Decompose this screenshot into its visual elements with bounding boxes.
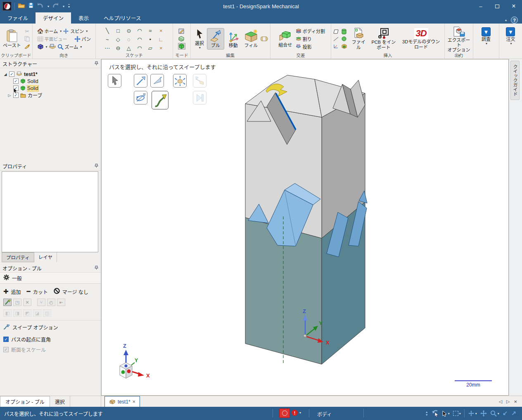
tab-file[interactable]: ファイル xyxy=(0,12,36,24)
spin-button[interactable]: スピン▾ xyxy=(63,28,88,34)
doc-nav-close-icon[interactable]: × xyxy=(514,399,517,405)
project-button[interactable]: 投影 xyxy=(295,43,325,50)
customize-qat-icon[interactable]: ▾ xyxy=(68,4,70,9)
insert-plane-icon[interactable] xyxy=(332,28,339,35)
maximize-button[interactable] xyxy=(489,0,505,12)
sketch-mode-icon[interactable] xyxy=(178,28,185,35)
sketch-construction-line-icon[interactable]: ⋯ xyxy=(102,44,113,52)
insert-cylinder-icon[interactable] xyxy=(340,28,348,35)
tree-label-solid2[interactable]: Solid xyxy=(27,85,38,91)
model-canvas[interactable]: Z Y X Z Y xyxy=(102,59,509,395)
warning-dropdown-icon[interactable]: ▾ xyxy=(299,411,301,415)
tree-label-curves[interactable]: カーブ xyxy=(28,92,42,99)
sketch-polygon-icon[interactable]: △ xyxy=(123,44,134,52)
tab-layers[interactable]: レイヤ xyxy=(34,252,57,262)
pin-icon[interactable] xyxy=(95,61,98,66)
measure-tool-icon[interactable]: ⑂ xyxy=(37,299,45,306)
doc-nav-next-icon[interactable]: ▷ xyxy=(506,399,510,404)
blend-icon[interactable] xyxy=(261,36,268,42)
sketch-ellipse-icon[interactable]: ⊖ xyxy=(113,44,123,52)
view-back-icon[interactable]: ↙ xyxy=(503,410,508,417)
pull-both-icon[interactable]: ◧ xyxy=(3,309,12,317)
save-icon[interactable] xyxy=(28,2,34,10)
bottom-tab-select[interactable]: 選択 xyxy=(50,396,70,407)
spinner-icon[interactable]: ▲▼ xyxy=(425,411,428,416)
minimize-button[interactable]: – xyxy=(472,0,489,12)
tab-properties[interactable]: プロパティ xyxy=(2,252,34,262)
pan-tool-icon[interactable] xyxy=(480,410,487,417)
sketch-sweep-arc-icon[interactable]: ◠ xyxy=(134,44,145,52)
insert-axis-icon[interactable] xyxy=(332,43,339,50)
solid1-checkbox[interactable]: ✓ xyxy=(13,78,19,84)
perpendicular-label[interactable]: パスの起点に直角 xyxy=(11,336,51,343)
app-logo-icon[interactable] xyxy=(2,2,12,11)
pull-face-tool-icon[interactable]: ◳ xyxy=(13,299,21,306)
download-3d-button[interactable]: 3D 3Dモデルのダウンロード xyxy=(399,27,444,50)
bottom-tab-options-pull[interactable]: オプション - プル xyxy=(0,396,50,407)
root-checkbox[interactable]: ✓ xyxy=(9,71,14,77)
format-painter-icon[interactable] xyxy=(24,43,31,50)
insert-sphere-icon[interactable] xyxy=(340,36,348,42)
combine-button[interactable]: 組合せ xyxy=(276,29,294,48)
selection-box-icon[interactable]: ▾ xyxy=(453,411,461,416)
collapse-ribbon-icon[interactable]: ▴ xyxy=(505,18,507,22)
document-tab[interactable]: test1* × xyxy=(104,396,140,407)
insert-line-icon[interactable] xyxy=(332,36,339,42)
orientation-cube-triad[interactable]: Z Y X xyxy=(120,343,150,379)
split-body-button[interactable]: ボディ分割 xyxy=(295,28,325,34)
fill-tool-button[interactable]: フィル xyxy=(242,28,260,49)
undo-dropdown-icon[interactable]: ▾ xyxy=(47,5,49,8)
quick-guide-tab[interactable]: クイックガイド xyxy=(510,61,520,100)
select-tool-icon[interactable]: ▾ xyxy=(442,411,450,417)
select-previous-icon[interactable] xyxy=(432,410,439,417)
tab-view[interactable]: 表示 xyxy=(71,12,96,24)
pull-chamfer-icon[interactable]: ◩ xyxy=(23,309,31,317)
section-mode-icon[interactable] xyxy=(178,36,185,42)
general-section[interactable]: 一般 xyxy=(0,273,101,284)
view-forward-icon[interactable]: ↗ xyxy=(511,410,516,417)
sketch-trim-icon[interactable]: × xyxy=(156,26,166,35)
sketch-circle-icon[interactable]: ⊙ xyxy=(123,26,134,35)
sketch-line-icon[interactable]: ╲ xyxy=(102,26,113,35)
help-icon[interactable]: ? xyxy=(511,17,518,24)
cut-icon[interactable]: ✂ xyxy=(24,28,31,35)
doc-nav-prev-icon[interactable]: ◁ xyxy=(498,399,502,404)
sketch-spline-icon[interactable]: ≈ xyxy=(145,26,156,35)
view-cube-button[interactable]: ▾ xyxy=(37,44,47,50)
pin-icon[interactable] xyxy=(95,266,98,271)
tree-row-solid2[interactable]: ✓ Solid xyxy=(3,85,101,92)
scale-section-checkbox[interactable]: ✓ xyxy=(3,347,9,352)
paste-button[interactable]: ペースト xyxy=(1,28,22,49)
tab-help[interactable]: ヘルプ/リソース xyxy=(96,12,148,24)
pin-icon[interactable] xyxy=(95,164,98,169)
spin-tool-icon[interactable]: ▾ xyxy=(468,410,477,417)
open-icon[interactable] xyxy=(18,2,25,10)
redo-icon[interactable] xyxy=(52,2,59,10)
copy-icon[interactable] xyxy=(24,36,31,42)
investigate-button[interactable]: ▼ 調査 ▾ xyxy=(480,26,492,46)
pull-tool-button[interactable]: プル xyxy=(207,28,224,49)
select-tool-button[interactable]: 選択 ▾ xyxy=(193,27,206,50)
sketch-mirror-icon[interactable]: × xyxy=(156,44,166,52)
pull-face2-icon[interactable]: ◫ xyxy=(43,309,51,317)
sweep-options-section[interactable]: スイープ オプション xyxy=(0,322,101,332)
viewport[interactable]: パスを選択し、それに沿ってスイープします xyxy=(101,59,509,396)
warning-indicator[interactable]: ! ▾ xyxy=(292,410,301,416)
sketch-three-point-arc-icon[interactable]: ◠ xyxy=(134,35,145,44)
tree-row-root[interactable]: ◢ ✓ test1* xyxy=(3,71,101,78)
cut-label[interactable]: カット xyxy=(33,288,48,295)
undo-icon[interactable] xyxy=(37,2,44,10)
selection-filter-label[interactable]: ボディ xyxy=(317,411,332,418)
sketch-projection-icon[interactable]: ▱ xyxy=(145,44,156,52)
tree-expander-open-icon[interactable]: ◢ xyxy=(3,72,7,76)
tree-row-solid1[interactable]: ✓ Solid xyxy=(3,78,101,85)
sketch-construction-circle-icon[interactable]: ◌ xyxy=(123,35,134,44)
zoom-tool-icon[interactable]: ▾ xyxy=(490,410,499,417)
pull-box-icon[interactable]: ◪ xyxy=(33,309,41,317)
sketch-point-icon[interactable]: • xyxy=(145,35,156,44)
gauge-tool-icon[interactable]: ◴ xyxy=(47,299,55,306)
home-view-button[interactable]: ホーム▾ xyxy=(37,28,62,34)
redo-dropdown-icon[interactable]: ▾ xyxy=(63,5,64,8)
insert-file-button[interactable]: ファイル xyxy=(349,27,368,50)
close-button[interactable]: × xyxy=(505,0,522,12)
